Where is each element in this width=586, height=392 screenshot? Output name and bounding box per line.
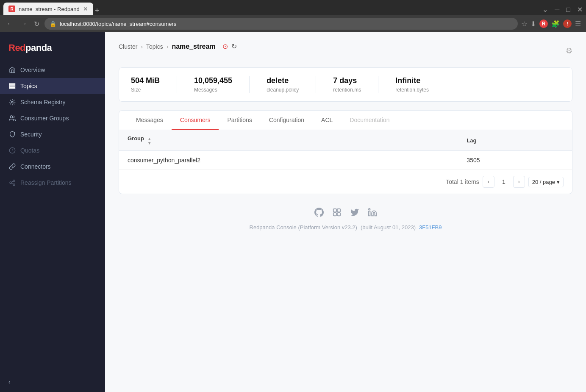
stat-retention-ms-label: retention.ms	[333, 87, 361, 93]
maximize-button[interactable]: □	[566, 6, 570, 14]
back-button[interactable]: ←	[5, 18, 15, 29]
play-icon[interactable]: ⊙	[222, 42, 228, 50]
consumer-icon	[8, 114, 16, 122]
sidebar-item-security[interactable]: Security	[0, 126, 105, 142]
reload-button[interactable]: ↻	[32, 18, 41, 30]
sidebar: Redpanda Overview Topics	[0, 32, 105, 392]
tab-documentation[interactable]: Documentation	[341, 111, 398, 130]
collapse-sidebar-button[interactable]: ‹	[8, 378, 97, 385]
active-tab[interactable]: R name_stream - Redpand ✕	[3, 3, 93, 15]
svg-rect-2	[9, 87, 15, 89]
tab-configuration[interactable]: Configuration	[261, 111, 313, 130]
menu-icon[interactable]: ☰	[575, 20, 581, 28]
sidebar-item-overview[interactable]: Overview	[0, 62, 105, 78]
svg-rect-1	[9, 86, 15, 87]
tabs-card: Messages Consumers Partitions Configurat…	[119, 110, 572, 194]
reassign-icon	[8, 179, 16, 186]
twitter-icon[interactable]	[350, 208, 359, 219]
footer-version: Redpanda Console (Platform Version v23.2…	[250, 224, 357, 231]
svg-rect-13	[333, 209, 336, 212]
bookmark-icon[interactable]: ☆	[521, 20, 527, 28]
address-text[interactable]: localhost:8080/topics/name_stream#consum…	[60, 21, 176, 27]
pocket-icon[interactable]: ⬇	[530, 20, 536, 28]
footer-hash: 3F51FB9	[419, 224, 442, 231]
sidebar-item-label: Quotas	[20, 147, 39, 154]
sidebar-item-label: Security	[20, 131, 42, 138]
sidebar-item-reassign-partitions[interactable]: Reassign Partitions	[0, 175, 105, 191]
svg-line-12	[11, 181, 14, 182]
sidebar-item-label: Schema Registry	[20, 99, 66, 106]
refresh-icon[interactable]: ↻	[231, 42, 237, 50]
stat-size: 504 MiB Size	[131, 76, 177, 93]
new-tab-button[interactable]: +	[95, 6, 100, 15]
svg-rect-17	[368, 211, 370, 216]
pagination-next-button[interactable]: ›	[513, 176, 525, 188]
lock-icon: 🔒	[50, 21, 56, 27]
sidebar-item-quotas[interactable]: Quotas	[0, 142, 105, 158]
collapse-icon: ‹	[8, 378, 11, 385]
connectors-icon	[8, 163, 16, 170]
github-icon[interactable]	[314, 208, 324, 219]
stat-cleanup-label: cleanup.policy	[267, 87, 299, 93]
stat-messages: 10,059,455 Messages	[177, 76, 249, 93]
sidebar-nav: Overview Topics Schema Registry	[0, 62, 105, 372]
sidebar-item-label: Overview	[20, 67, 45, 73]
app-wrapper: Redpanda Overview Topics	[0, 32, 586, 392]
tab-dropdown-icon[interactable]: ⌄	[542, 6, 548, 14]
sidebar-item-schema-registry[interactable]: Schema Registry	[0, 94, 105, 110]
forward-button[interactable]: →	[19, 18, 29, 29]
breadcrumb-cluster[interactable]: Cluster	[119, 43, 137, 50]
table-row: consumer_python_parallel2 3505	[119, 151, 572, 170]
security-icon	[8, 131, 16, 138]
slack-icon[interactable]	[332, 208, 342, 219]
topics-icon	[8, 82, 16, 90]
tabs-header: Messages Consumers Partitions Configurat…	[119, 111, 572, 130]
tab-title: name_stream - Redpand	[19, 6, 80, 12]
tab-messages[interactable]: Messages	[128, 111, 172, 130]
stat-retention-bytes: Infinite retention.bytes	[378, 76, 446, 93]
address-bar-container: 🔒 localhost:8080/topics/name_stream#cons…	[44, 18, 518, 30]
extensions-icon[interactable]: 🧩	[551, 20, 560, 28]
svg-rect-15	[333, 213, 336, 216]
svg-line-11	[11, 183, 14, 184]
stat-retention-ms: 7 days retention.ms	[316, 76, 378, 93]
tab-partitions[interactable]: Partitions	[219, 111, 260, 130]
breadcrumb: Cluster › Topics › name_stream ⊙ ↻	[119, 42, 237, 50]
logo-text: Redpanda	[8, 42, 52, 53]
stat-size-label: Size	[131, 87, 160, 93]
sidebar-item-topics[interactable]: Topics	[0, 78, 105, 94]
tab-consumers[interactable]: Consumers	[172, 111, 219, 130]
sidebar-bottom: ‹	[0, 372, 105, 392]
consumers-table: Group ▲ ▼ Lag	[119, 130, 572, 170]
stats-card: 504 MiB Size 10,059,455 Messages delete …	[119, 67, 572, 102]
breadcrumb-topics[interactable]: Topics	[146, 43, 163, 50]
per-page-selector[interactable]: 20 / page ▾	[528, 177, 564, 187]
minimize-button[interactable]: ─	[555, 6, 559, 14]
settings-icon[interactable]: ⚙	[566, 46, 572, 56]
table-header: Group ▲ ▼ Lag	[119, 130, 572, 151]
stat-cleanup-policy: delete cleanup.policy	[249, 76, 316, 93]
linkedin-icon[interactable]	[368, 208, 377, 219]
per-page-value: 20 / page	[532, 179, 555, 185]
svg-rect-0	[9, 83, 15, 85]
tab-close-button[interactable]: ✕	[83, 6, 88, 12]
pagination-current-page: 1	[498, 176, 510, 188]
home-icon	[8, 66, 16, 74]
footer-text: Redpanda Console (Platform Version v23.2…	[250, 224, 442, 231]
svg-point-8	[13, 180, 15, 181]
notification-icon[interactable]: !	[563, 19, 572, 28]
table-header-row: Group ▲ ▼ Lag	[119, 130, 572, 151]
pagination-prev-button[interactable]: ‹	[483, 176, 494, 188]
sidebar-item-consumer-groups[interactable]: Consumer Groups	[0, 110, 105, 126]
per-page-dropdown-icon: ▾	[557, 179, 560, 185]
pagination-row: Total 1 items ‹ 1 › 20 / page ▾	[119, 170, 572, 194]
account-icon[interactable]: R	[539, 19, 548, 28]
tab-favicon: R	[8, 6, 15, 12]
tab-acl[interactable]: ACL	[313, 111, 341, 130]
breadcrumb-icons: ⊙ ↻	[222, 42, 237, 50]
stat-size-value: 504 MiB	[131, 76, 160, 85]
table-container: Group ▲ ▼ Lag	[119, 130, 572, 194]
window-close-button[interactable]: ✕	[577, 6, 583, 14]
sidebar-item-connectors[interactable]: Connectors	[0, 158, 105, 175]
column-group[interactable]: Group ▲ ▼	[119, 130, 458, 151]
